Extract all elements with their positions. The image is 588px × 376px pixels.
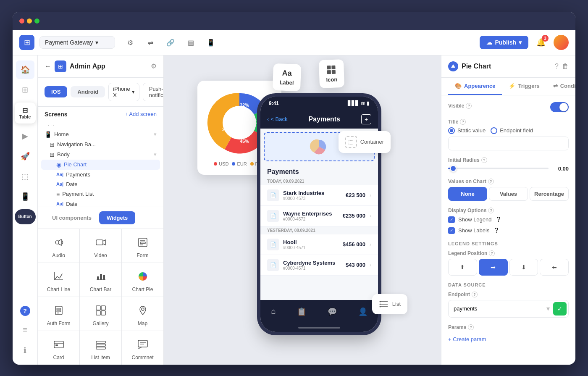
form-widget[interactable]: Form xyxy=(122,229,163,263)
endpoint-field-option[interactable]: Endpoint field xyxy=(491,127,533,134)
tab-conditions[interactable]: ⇌ Conditions xyxy=(546,78,575,95)
show-legend-info[interactable]: ? xyxy=(497,216,501,223)
values-values-btn[interactable]: Values xyxy=(489,187,528,201)
status-icons: ▋▋▋ ≋ ▮ xyxy=(348,100,370,106)
visible-toggle[interactable] xyxy=(550,102,569,112)
settings-icon[interactable]: ⚙ xyxy=(151,62,157,70)
tree-item-navba[interactable]: ⊞ Navigation Ba... xyxy=(41,139,160,150)
radius-range-thumb[interactable] xyxy=(450,165,457,172)
ios-tab[interactable]: IOS xyxy=(45,86,67,97)
sidebar-item-layout[interactable]: ⬚ xyxy=(16,167,34,186)
chart-pie-widget[interactable]: Chart Pie xyxy=(122,263,163,297)
phone-add-button[interactable]: + xyxy=(361,114,371,124)
card-widget[interactable]: Card xyxy=(38,331,79,365)
tree-item-payments[interactable]: Aa| Payments xyxy=(41,170,160,179)
tree-item-body[interactable]: ⊞ Body ▾ xyxy=(41,150,160,160)
add-screen-button[interactable]: + Add screen xyxy=(125,111,157,117)
map-widget[interactable]: Map xyxy=(122,297,163,331)
chart-pie-label: Chart Pie xyxy=(132,287,153,292)
legend-pos-right[interactable]: ➡ xyxy=(479,259,508,276)
endpoint-info[interactable]: ? xyxy=(472,292,478,297)
tab-appearance[interactable]: 🎨 Appearence xyxy=(448,78,502,95)
sidebar-item-rocket[interactable]: 🚀 xyxy=(16,147,34,166)
show-labels-checkbox[interactable]: ✓ xyxy=(448,227,455,234)
tree-item-piechart[interactable]: ◉ Pie Chart xyxy=(41,160,160,170)
audio-widget[interactable]: Audio xyxy=(38,229,79,263)
values-info-icon[interactable]: ? xyxy=(488,179,494,184)
sidebar-item-phone[interactable]: 📱 xyxy=(16,187,34,206)
list-item-widget[interactable]: List item xyxy=(80,331,121,365)
bottom-nav-profile[interactable]: 👤 xyxy=(358,307,368,316)
auth-form-widget[interactable]: Auth Form xyxy=(38,297,79,331)
device-model-select[interactable]: iPhone X ▾ xyxy=(108,83,139,101)
svg-rect-27 xyxy=(96,347,105,349)
tree-item-payment-list[interactable]: ≡ Payment List xyxy=(41,189,160,199)
avatar[interactable] xyxy=(554,35,569,50)
sidebar-item-info[interactable]: ℹ xyxy=(16,341,34,360)
maximize-button[interactable] xyxy=(34,18,39,24)
columns-icon[interactable]: ▤ xyxy=(184,36,197,49)
payment-item-hooli[interactable]: 📄 Hooli #0000-4571 $456 000 › xyxy=(260,234,378,255)
sidebar-item-layers[interactable]: ⊞ xyxy=(16,81,34,99)
sidebar-item-play[interactable]: ▶ xyxy=(16,127,34,145)
params-info[interactable]: ? xyxy=(468,324,474,330)
video-widget[interactable]: Video xyxy=(80,229,121,263)
notification-button[interactable]: 🔔 3 xyxy=(533,35,549,50)
bottom-nav-chat[interactable]: 💬 xyxy=(328,307,337,316)
create-param-button[interactable]: + Create param xyxy=(448,333,569,342)
canvas-area: 32% 22% 45% 21% USD EUR xyxy=(164,55,441,365)
back-button[interactable]: ← xyxy=(45,63,51,70)
show-legend-checkbox[interactable]: ✓ xyxy=(448,216,455,223)
push-notification-button[interactable]: Push-notification xyxy=(143,83,164,101)
mobile-icon[interactable]: 📱 xyxy=(204,36,218,49)
chart-line-widget[interactable]: Chart Line xyxy=(38,263,79,297)
gallery-widget[interactable]: Gallery xyxy=(80,297,121,331)
values-percentage-btn[interactable]: Rercentage xyxy=(530,187,569,201)
help-icon[interactable]: ? xyxy=(555,63,559,70)
tree-item-date1[interactable]: Aa| Date xyxy=(41,179,160,189)
tree-item-date2[interactable]: Aa| Date xyxy=(41,199,160,207)
publish-button[interactable]: ☁ Publish ▾ xyxy=(480,36,528,49)
radius-info-icon[interactable]: ? xyxy=(481,157,487,163)
share-icon[interactable]: ⇌ xyxy=(144,36,157,49)
tree-item-home[interactable]: 📱 Home ▾ xyxy=(41,129,160,139)
payment-item-cyberdyne[interactable]: 📄 Cyberdyne Systems #0000-4571 $43 000 › xyxy=(260,255,378,276)
sidebar-item-home[interactable]: 🏠 xyxy=(16,60,34,79)
legend-pos-top[interactable]: ⬆ xyxy=(448,259,477,276)
tab-triggers[interactable]: ⚡ Triggers xyxy=(502,78,546,95)
logo-button[interactable]: ⊞ xyxy=(19,35,34,50)
minimize-button[interactable] xyxy=(27,18,32,24)
chart-bar-widget[interactable]: Chart Bar xyxy=(80,263,121,297)
widgets-tab[interactable]: Widgets xyxy=(99,211,135,224)
phone-back-button[interactable]: ‹ < Back xyxy=(267,116,287,122)
payment-item-stark[interactable]: 📄 Stark Industries #0000-4573 €23 500 › xyxy=(260,185,378,206)
android-tab[interactable]: Android xyxy=(71,86,105,97)
trash-icon[interactable]: 🗑 xyxy=(562,63,569,70)
project-select[interactable]: Payment Gateway ▾ xyxy=(39,36,115,49)
sidebar-item-list[interactable]: ≡ xyxy=(16,321,34,339)
settings-toolbar-icon[interactable]: ⚙ xyxy=(123,36,137,49)
ui-components-tab[interactable]: UI components xyxy=(45,211,99,224)
endpoint-input[interactable] xyxy=(449,302,546,315)
bottom-nav-home[interactable]: ⌂ xyxy=(271,307,276,316)
legend-usd-label: USD xyxy=(219,161,228,166)
legend-pos-info[interactable]: ? xyxy=(489,250,495,256)
button-widget-card[interactable]: Button xyxy=(15,209,36,224)
payment-item-wayne[interactable]: 📄 Wayne Enterprises #0000-4572 €235 000 … xyxy=(260,206,378,226)
help-button[interactable]: ? xyxy=(20,306,30,316)
bottom-nav-docs[interactable]: 📋 xyxy=(297,307,306,316)
comment-widget[interactable]: Commnet xyxy=(122,331,163,365)
endpoint-ok-icon[interactable]: ✓ xyxy=(553,302,567,316)
display-info-icon[interactable]: ? xyxy=(488,208,494,213)
legend-pos-bottom[interactable]: ⬇ xyxy=(509,259,538,276)
close-button[interactable] xyxy=(19,18,24,24)
values-none-btn[interactable]: None xyxy=(448,187,487,201)
visible-info-icon[interactable]: ? xyxy=(466,103,472,109)
title-info-icon[interactable]: ? xyxy=(460,119,466,125)
static-value-option[interactable]: Static value xyxy=(448,127,486,134)
table-widget-card[interactable]: ⊟ Table xyxy=(15,103,36,124)
title-text-input[interactable] xyxy=(448,137,569,150)
link-icon[interactable]: 🔗 xyxy=(164,36,177,49)
legend-pos-left[interactable]: ⬅ xyxy=(540,259,569,276)
show-labels-info[interactable]: ? xyxy=(494,227,498,234)
